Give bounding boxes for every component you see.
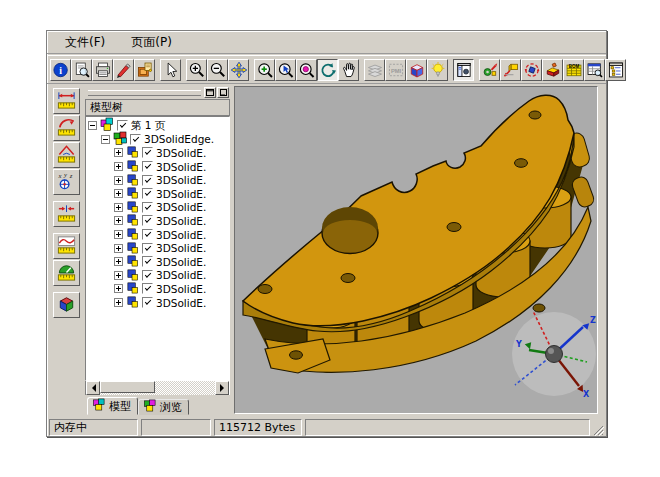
pan-arrows-button[interactable]: [228, 59, 249, 81]
tree-row[interactable]: 3DSolidE.: [88, 296, 229, 310]
visibility-checkbox[interactable]: [142, 270, 153, 281]
float-panel-button[interactable]: [204, 87, 216, 98]
tree-row[interactable]: 3DSolidE.: [88, 214, 229, 228]
panel-mini-titlebar[interactable]: [85, 86, 230, 99]
scroll-right-button[interactable]: [215, 381, 229, 395]
tree-node-label[interactable]: 3DSolidE.: [156, 269, 206, 281]
visibility-checkbox[interactable]: [142, 161, 153, 172]
expand-icon[interactable]: [114, 298, 123, 307]
tree-node-label[interactable]: 3DSolidE.: [156, 242, 206, 254]
tree-node-label[interactable]: 3DSolidE.: [156, 229, 206, 241]
zoom-out-button[interactable]: [207, 59, 228, 81]
tree-node-label[interactable]: 3DSolidE.: [156, 188, 206, 200]
measure-angle-button[interactable]: [53, 142, 80, 168]
visibility-checkbox[interactable]: [142, 175, 153, 186]
tree-row[interactable]: 3DSolidE.: [88, 241, 229, 255]
tree-row[interactable]: 3DSolidE.: [88, 282, 229, 296]
visibility-checkbox[interactable]: [142, 188, 153, 199]
scrollbar-track[interactable]: [100, 381, 215, 395]
resize-grip[interactable]: [592, 424, 604, 436]
tree-node-label[interactable]: 3DSolidEdge.: [144, 133, 214, 145]
measure-curve-button[interactable]: [53, 233, 80, 259]
measure-radius-button[interactable]: [53, 115, 80, 141]
pmi-button[interactable]: PMI: [385, 59, 406, 81]
tree-node-label[interactable]: 3DSolidE.: [156, 161, 206, 173]
tree-node-label[interactable]: 第 1 页: [131, 119, 165, 133]
tree-row[interactable]: 3DSolidE.: [88, 173, 229, 187]
tree-node-label[interactable]: 3DSolidE.: [156, 283, 206, 295]
print-button[interactable]: [92, 59, 113, 81]
render-box-button[interactable]: [406, 59, 427, 81]
expand-icon[interactable]: [114, 176, 123, 185]
viewport-3d[interactable]: Z X Y: [234, 86, 598, 414]
move-part-button[interactable]: [500, 59, 521, 81]
light-bulb-button[interactable]: [427, 59, 448, 81]
tree-row[interactable]: 3DSolidE.: [88, 160, 229, 174]
tree-node-label[interactable]: 3DSolidE.: [156, 215, 206, 227]
visibility-checkbox[interactable]: [142, 229, 153, 240]
tree-row[interactable]: 3DSolidE.: [88, 269, 229, 283]
tree-node-label[interactable]: 3DSolidE.: [156, 147, 206, 159]
zoom-window-button[interactable]: [254, 59, 275, 81]
tree-node-label[interactable]: 3DSolidE.: [156, 297, 206, 309]
tools-gear-button[interactable]: [479, 59, 500, 81]
expand-icon[interactable]: [114, 244, 123, 253]
visibility-checkbox[interactable]: [130, 134, 141, 145]
tree-h-scrollbar[interactable]: [85, 381, 230, 395]
measure-coordinate-button[interactable]: xyz: [53, 169, 80, 195]
visibility-checkbox[interactable]: [142, 215, 153, 226]
tree-row[interactable]: 第 1 页: [88, 119, 229, 133]
zoom-in-button[interactable]: [186, 59, 207, 81]
tree-row[interactable]: 3DSolidE.: [88, 146, 229, 160]
menu-file[interactable]: 文件(F): [59, 32, 111, 53]
rotate-view-button[interactable]: [317, 59, 338, 81]
visibility-checkbox[interactable]: [142, 283, 153, 294]
print-preview-button[interactable]: [71, 59, 92, 81]
scroll-left-button[interactable]: [86, 381, 100, 395]
layers-button[interactable]: [364, 59, 385, 81]
tab-model[interactable]: 模型: [87, 397, 138, 415]
panel-drag-grip[interactable]: [88, 90, 201, 96]
annotate-pen-button[interactable]: [113, 59, 134, 81]
zoom-all-button[interactable]: [296, 59, 317, 81]
expand-icon[interactable]: [114, 230, 123, 239]
expand-icon[interactable]: [114, 257, 123, 266]
tree-row[interactable]: 3DSolidE.: [88, 187, 229, 201]
expand-icon[interactable]: [114, 162, 123, 171]
tree-node-label[interactable]: 3DSolidE.: [156, 201, 206, 213]
visibility-checkbox[interactable]: [117, 120, 128, 131]
zoom-pointer-button[interactable]: [275, 59, 296, 81]
collapse-icon[interactable]: [88, 121, 97, 130]
measure-volume-button[interactable]: [53, 292, 80, 318]
pan-hand-button[interactable]: [338, 59, 359, 81]
visibility-checkbox[interactable]: [142, 256, 153, 267]
model-tree[interactable]: 第 1 页3DSolidEdge.3DSolidE.3DSolidE.3DSol…: [85, 116, 230, 381]
scrollbar-thumb[interactable]: [100, 381, 155, 393]
visibility-checkbox[interactable]: [142, 202, 153, 213]
tree-node-label[interactable]: 3DSolidE.: [156, 174, 206, 186]
expand-icon[interactable]: [114, 203, 123, 212]
expand-icon[interactable]: [114, 271, 123, 280]
select-cursor-button[interactable]: [160, 59, 181, 81]
bom-button[interactable]: BOM: [563, 59, 584, 81]
tree-row[interactable]: 3DSolidE.: [88, 228, 229, 242]
measure-area-button[interactable]: [53, 260, 80, 286]
collapse-icon[interactable]: [101, 135, 110, 144]
visibility-checkbox[interactable]: [142, 243, 153, 254]
tree-view-button[interactable]: [605, 59, 626, 81]
tab-browse[interactable]: 浏览: [138, 399, 189, 415]
expand-icon[interactable]: [114, 148, 123, 157]
hide-panel-button[interactable]: [217, 87, 229, 98]
info-button[interactable]: i: [50, 59, 71, 81]
stamp-button[interactable]: [134, 59, 155, 81]
tree-row[interactable]: 3DSolidE.: [88, 201, 229, 215]
explode-part-button[interactable]: [542, 59, 563, 81]
expand-icon[interactable]: [114, 189, 123, 198]
measure-linear-button[interactable]: [53, 88, 80, 114]
visibility-checkbox[interactable]: [142, 297, 153, 308]
measure-distance-button[interactable]: [53, 201, 80, 227]
rotate-part-button[interactable]: [521, 59, 542, 81]
visibility-checkbox[interactable]: [142, 147, 153, 158]
menu-page[interactable]: 页面(P): [125, 32, 178, 53]
tree-row[interactable]: 3DSolidEdge.: [88, 133, 229, 147]
